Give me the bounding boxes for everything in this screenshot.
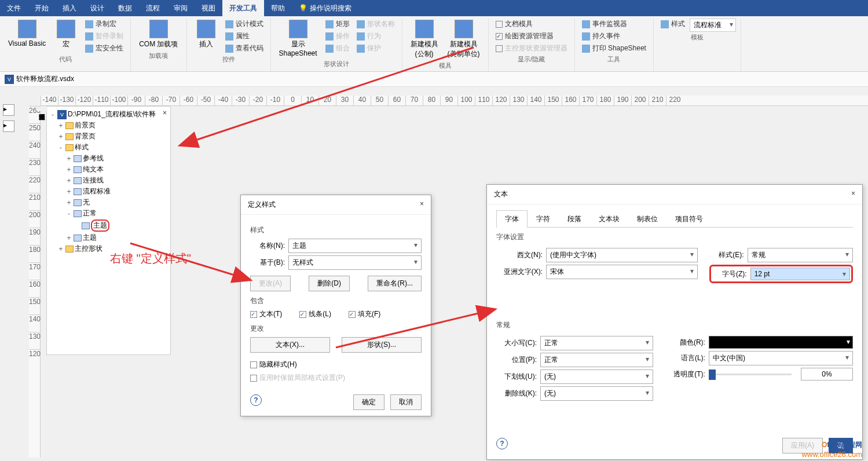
slider-thumb[interactable] <box>709 369 716 380</box>
tab-help[interactable]: 帮助 <box>264 0 292 16</box>
checkbox-icon <box>250 311 257 318</box>
tree-node[interactable]: +背景页 <box>49 131 168 142</box>
resource-manager-checkbox[interactable]: 绘图资源管理器 <box>493 31 570 42</box>
tree-node[interactable]: -正常 <box>49 208 168 219</box>
expand-shapes-button[interactable]: ▸ <box>3 104 14 116</box>
help-icon[interactable]: ? <box>496 438 508 449</box>
language-combo[interactable]: 中文(中国) <box>709 351 853 365</box>
hide-style-checkbox[interactable]: 隐藏样式(H) <box>250 360 422 369</box>
visual-basic-button[interactable]: Visual Basic <box>5 19 49 49</box>
tree-node[interactable]: 主题 <box>49 219 168 232</box>
asian-combo[interactable]: 宋体 <box>546 265 698 279</box>
tab-design[interactable]: 设计 <box>83 0 111 16</box>
vb-icon <box>18 20 36 38</box>
tab-tabs[interactable]: 制表位 <box>628 210 666 228</box>
ok-button[interactable]: 确定 <box>353 394 384 410</box>
text-button[interactable]: 文本(X)... <box>250 337 330 353</box>
tab-paragraph[interactable]: 段落 <box>559 210 590 228</box>
macro-security-button[interactable]: 宏安全性 <box>83 43 126 54</box>
new-stencil-us[interactable]: 新建模具(美制单位) <box>444 19 484 60</box>
dialog-title: 定义样式 <box>248 200 276 210</box>
tab-bullets[interactable]: 项目符号 <box>666 210 712 228</box>
color-picker[interactable] <box>709 336 853 349</box>
design-mode-button[interactable]: 设计模式 <box>223 19 266 30</box>
macro-button[interactable]: 宏 <box>52 19 80 50</box>
size-combo[interactable]: 12 pt <box>750 268 850 280</box>
props-icon <box>225 32 233 41</box>
horizontal-ruler: -140-130-120-110-100-90-80-70-60-50-40-3… <box>41 96 868 106</box>
doc-stencil-checkbox[interactable]: 文档模具 <box>493 19 570 30</box>
print-shapesheet-button[interactable]: 打印 ShapeSheet <box>580 43 649 54</box>
file-bar: V 软件释放流程.vsdx <box>0 72 868 87</box>
tree-node[interactable]: +无 <box>49 197 168 208</box>
line-checkbox[interactable]: 线条(L) <box>299 309 331 319</box>
tab-textblock[interactable]: 文本块 <box>590 210 628 228</box>
record-macro-button[interactable]: 录制宏 <box>83 19 126 30</box>
tab-developer[interactable]: 开发工具 <box>222 0 264 16</box>
checkbox-icon <box>250 375 257 382</box>
tab-review[interactable]: 审阅 <box>167 0 195 16</box>
show-shapesheet-button[interactable]: 显示ShapeSheet <box>276 19 321 58</box>
underline-combo[interactable]: (无) <box>540 369 653 384</box>
properties-button[interactable]: 属性 <box>223 31 266 42</box>
delete-button[interactable]: 删除(D) <box>309 276 350 291</box>
tree-node[interactable]: +流程标准 <box>49 186 168 197</box>
position-combo[interactable]: 正常 <box>540 353 653 367</box>
tree-node[interactable]: +前景页 <box>49 120 168 131</box>
tree-root[interactable]: -VD:\PPM\01_流程模板\软件释 <box>49 109 168 120</box>
help-icon[interactable]: ? <box>250 394 262 406</box>
rect-tool[interactable]: 矩形 <box>323 19 352 30</box>
transparency-value[interactable]: 0% <box>801 368 853 380</box>
ops-icon <box>325 32 334 41</box>
strike-label: 删除线(K): <box>496 389 537 398</box>
name-combo[interactable]: 主题 <box>288 239 422 253</box>
tree-node[interactable]: +连接线 <box>49 175 168 186</box>
view-code-button[interactable]: 查看代码 <box>223 43 266 54</box>
case-combo[interactable]: 正常 <box>540 336 653 350</box>
persist-events-button[interactable]: 持久事件 <box>580 31 649 42</box>
insert-icon <box>197 20 215 38</box>
close-icon[interactable]: × <box>851 189 855 199</box>
tree-node[interactable]: -样式 <box>49 142 168 153</box>
transparency-slider[interactable] <box>709 374 792 375</box>
close-icon[interactable]: × <box>420 200 424 210</box>
text-checkbox[interactable]: 文本(T) <box>250 309 282 319</box>
security-icon <box>85 45 93 53</box>
search-label: 操作说明搜索 <box>310 3 351 13</box>
tree-node[interactable]: +参考线 <box>49 153 168 164</box>
bulb-icon: 💡 <box>299 4 307 12</box>
tree-node[interactable]: +主题 <box>49 232 168 243</box>
close-icon[interactable]: × <box>163 109 167 117</box>
tab-home[interactable]: 开始 <box>28 0 56 16</box>
transparency-label: 透明度(T): <box>665 369 705 379</box>
shape-button[interactable]: 形状(S)... <box>342 337 422 353</box>
tab-process[interactable]: 流程 <box>139 0 167 16</box>
tab-data[interactable]: 数据 <box>111 0 139 16</box>
strike-combo[interactable]: (无) <box>540 386 653 401</box>
position-label: 位置(P): <box>496 355 537 365</box>
tell-me-search[interactable]: 💡操作说明搜索 <box>292 0 358 16</box>
western-combo[interactable]: (使用中文字体) <box>546 248 698 262</box>
style-dropdown[interactable]: 流程标准 <box>690 19 736 32</box>
addin-icon <box>149 20 168 38</box>
tab-insert[interactable]: 插入 <box>56 0 83 16</box>
code-icon <box>225 45 233 53</box>
rename-button[interactable]: 重命名(R)... <box>368 276 422 291</box>
insert-control-button[interactable]: 插入 <box>192 19 221 50</box>
tab-char[interactable]: 字符 <box>528 210 559 228</box>
style-icon <box>74 210 82 217</box>
fill-checkbox[interactable]: 填充(F) <box>349 309 380 319</box>
cancel-button[interactable]: 取消 <box>390 394 422 410</box>
event-monitor-button[interactable]: 事件监视器 <box>580 19 649 30</box>
tree-node[interactable]: +纯文本 <box>49 164 168 175</box>
style-icon <box>74 235 82 242</box>
style-combo[interactable]: 常规 <box>748 248 853 262</box>
base-combo[interactable]: 无样式 <box>288 255 422 270</box>
tab-view[interactable]: 视图 <box>195 0 222 16</box>
tab-font[interactable]: 字体 <box>496 210 528 228</box>
tab-file[interactable]: 文件 <box>0 0 28 16</box>
new-stencil-metric[interactable]: 新建模具(公制) <box>407 19 442 60</box>
page-tool-button[interactable]: ▸ <box>3 120 14 132</box>
com-addins-button[interactable]: COM 加载项 <box>135 19 181 50</box>
checkbox-icon <box>496 21 503 28</box>
